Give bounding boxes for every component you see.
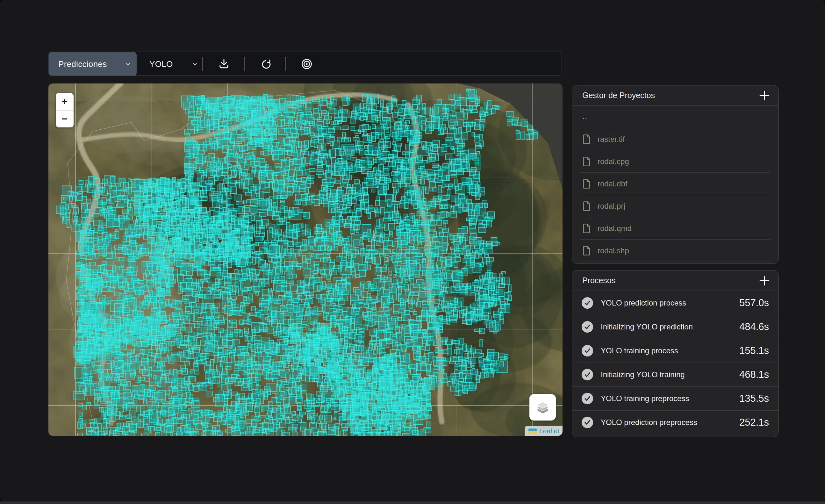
file-name: rodal.cpg [598,157,629,166]
process-label: Initializing YOLO training [601,370,732,379]
file-name: rodal.prj [598,202,625,211]
download-icon [217,57,231,71]
refresh-button[interactable] [257,55,275,73]
parent-directory-item[interactable]: .. [572,106,778,128]
app-window: Predicciones YOLO [0,0,825,501]
add-project-button[interactable] [757,88,771,102]
chevron-down-icon [192,61,198,67]
check-circle-icon [582,393,593,404]
file-name: rodal.qmd [598,224,632,233]
toolbar-separator [244,57,245,71]
process-time: 252.1s [739,417,769,428]
process-time: 484.6s [739,321,769,333]
file-item[interactable]: rodal.shp [572,239,778,262]
check-circle-icon [582,297,593,309]
processes-panel: Procesos YOLO prediction process 557.0s … [572,270,779,437]
zoom-control: + − [56,93,74,128]
layer-select-value: Predicciones [58,59,107,69]
chevron-down-icon [125,61,131,67]
model-select-value: YOLO [149,59,173,69]
check-circle-icon [582,321,593,333]
process-row: YOLO prediction process 557.0s [572,291,778,315]
file-icon [582,201,591,211]
process-row: YOLO training preprocess 135.5s [572,386,778,410]
process-time: 135.5s [739,393,769,404]
parent-directory-label: .. [582,113,588,121]
leaflet-link[interactable]: Leaflet [539,427,559,435]
plus-icon [759,275,770,286]
zoom-in-button[interactable]: + [56,93,74,110]
file-name: rodal.shp [598,246,629,255]
file-icon [582,134,591,144]
check-circle-icon [582,345,593,357]
map-view[interactable]: + − Leaflet [49,83,562,436]
processes-header: Procesos [572,271,778,291]
add-process-button[interactable] [757,274,771,288]
plus-icon [759,90,770,101]
process-label: Initializing YOLO prediction [601,322,732,331]
window-bottom-edge [0,501,825,504]
process-label: YOLO training preprocess [601,394,732,403]
layers-control-button[interactable] [529,394,556,421]
file-icon [582,179,591,189]
process-row: Initializing YOLO prediction 484.6s [572,315,778,339]
layer-select[interactable]: Predicciones [49,52,137,76]
file-icon [582,156,591,167]
toolbar-separator [202,57,203,71]
file-icon [582,245,591,256]
process-time: 468.1s [739,369,769,380]
download-button[interactable] [215,55,233,73]
file-item[interactable]: rodal.cpg [572,150,778,172]
target-button[interactable] [298,55,316,73]
check-circle-icon [582,417,593,428]
file-icon [582,223,591,233]
process-row: Initializing YOLO training 468.1s [572,363,778,386]
file-item[interactable]: rodal.dbf [572,173,778,195]
process-label: YOLO prediction process [601,298,732,307]
refresh-icon [259,57,273,71]
panel-title: Gestor de Proyectos [582,91,655,100]
toolbar: Predicciones YOLO [49,52,562,76]
process-label: YOLO prediction preprocess [601,418,732,427]
satellite-detections-canvas [49,83,562,436]
map-attribution: Leaflet [525,426,562,436]
process-time: 155.1s [739,345,769,357]
check-circle-icon [582,369,593,380]
file-item[interactable]: raster.tif [572,128,778,150]
toolbar-separator [285,57,286,71]
layers-icon [535,400,550,415]
file-item[interactable]: rodal.prj [572,195,778,217]
ukraine-flag-icon [528,429,537,434]
file-item[interactable]: rodal.qmd [572,217,778,239]
model-select[interactable]: YOLO [137,52,202,76]
process-time: 557.0s [739,297,769,309]
process-label: YOLO training process [601,346,732,355]
target-icon [300,57,313,71]
process-row: YOLO training process 155.1s [572,339,778,363]
project-manager-header: Gestor de Proyectos [572,85,778,106]
zoom-out-button[interactable]: − [56,111,74,128]
file-name: rodal.dbf [598,179,627,188]
panel-title: Procesos [582,276,615,285]
project-manager-panel: Gestor de Proyectos .. raster.tif rodal.… [572,85,779,264]
process-row: YOLO prediction preprocess 252.1s [572,410,778,434]
file-name: raster.tif [598,135,625,144]
